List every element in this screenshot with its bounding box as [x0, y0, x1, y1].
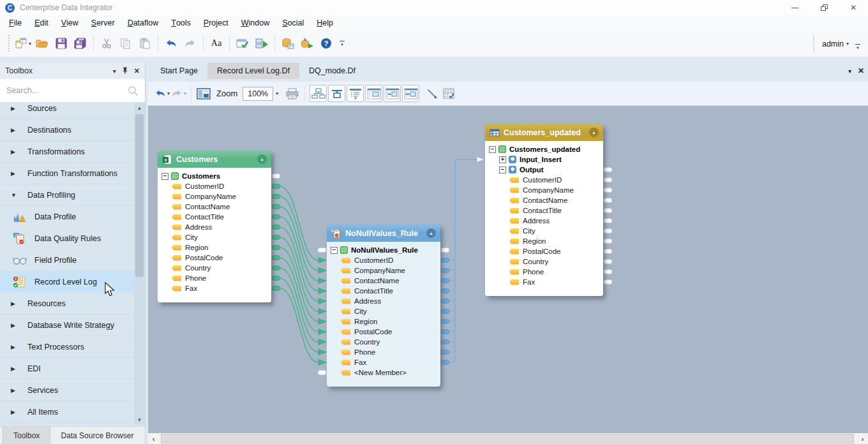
- run-dataflow-button[interactable]: [253, 33, 271, 54]
- tree-row-postalcode[interactable]: PostalCode: [158, 253, 271, 263]
- toolbar-options-button[interactable]: ▾: [855, 44, 860, 49]
- user-menu-caret[interactable]: ▾: [846, 41, 849, 47]
- scroll-down-icon[interactable]: ▼: [134, 415, 145, 425]
- toolbox-tool-data-quality-rules[interactable]: ifData Quality Rules: [0, 228, 135, 249]
- tree-row-output[interactable]: −✱Output: [485, 165, 603, 175]
- canvas-undo-button[interactable]: ▾: [154, 85, 170, 103]
- tree-row-input-insert[interactable]: +✱Input_Insert: [485, 154, 603, 165]
- tree-row-phone[interactable]: Phone: [158, 273, 271, 283]
- auto-layout-button[interactable]: [310, 85, 327, 102]
- toolbox-category-all-items[interactable]: ▶All Items: [0, 401, 135, 423]
- save-all-button[interactable]: [71, 33, 89, 54]
- save-button[interactable]: [52, 33, 70, 54]
- tree-row-region[interactable]: Region: [327, 316, 440, 327]
- toolbox-scrollbar[interactable]: ▲ ▼: [134, 103, 145, 425]
- tree-row-contacttitle[interactable]: ContactTitle: [327, 286, 440, 296]
- menu-item-edit[interactable]: Edit: [28, 15, 55, 30]
- document-tab-dq-mode-df[interactable]: DQ_mode.Df: [299, 63, 365, 79]
- canvas-hscrollbar[interactable]: ‹ ›: [148, 433, 868, 444]
- node-header[interactable]: xCustomers▲: [158, 151, 271, 168]
- menu-item-project[interactable]: Project: [197, 15, 235, 30]
- pin-icon[interactable]: [122, 67, 128, 75]
- menu-item-dataflow[interactable]: Dataflow: [121, 15, 165, 30]
- link-tool-button[interactable]: [424, 85, 440, 103]
- menu-item-social[interactable]: Social: [276, 15, 310, 30]
- toolbox-category-services[interactable]: ▶Services: [0, 380, 135, 401]
- undo-button[interactable]: [162, 33, 180, 54]
- toolbar-overflow-button[interactable]: ▾: [340, 41, 345, 46]
- collapse-nodes-button[interactable]: [365, 85, 382, 102]
- panel-tab-data-source-browser[interactable]: Data Source Browser: [50, 427, 144, 444]
- tree-row-phone[interactable]: Phone: [327, 347, 440, 357]
- redo-history-caret[interactable]: ▾: [184, 91, 186, 96]
- toolbox-tool-data-profile[interactable]: Data Profile: [0, 206, 135, 228]
- tree-row-customers-updated[interactable]: −Customers_updated: [485, 144, 603, 154]
- tree-row-companyname[interactable]: CompanyName: [327, 265, 440, 276]
- collapse-icon[interactable]: −: [489, 146, 496, 153]
- maximize-button[interactable]: [809, 0, 839, 15]
- tree-row-companyname[interactable]: CompanyName: [158, 191, 271, 202]
- overview-button[interactable]: [196, 85, 211, 103]
- panel-menu-caret-icon[interactable]: ▾: [113, 68, 116, 75]
- menu-item-view[interactable]: View: [55, 15, 85, 30]
- tree-row-region[interactable]: Region: [485, 236, 603, 246]
- menu-item-server[interactable]: Server: [85, 15, 121, 30]
- zoom-caret[interactable]: ▾: [276, 91, 278, 96]
- expand-node-button[interactable]: [384, 85, 401, 102]
- cut-button[interactable]: [98, 33, 116, 54]
- tree-row-address[interactable]: Address: [485, 216, 603, 226]
- toolbar-grip[interactable]: [8, 34, 11, 52]
- hscroll-thumb[interactable]: [161, 434, 854, 443]
- scroll-left-icon[interactable]: ‹: [148, 433, 159, 444]
- collapse-icon[interactable]: −: [161, 173, 168, 180]
- close-button[interactable]: ✕: [839, 0, 868, 15]
- menu-item-file[interactable]: File: [3, 15, 28, 30]
- open-button[interactable]: [33, 33, 51, 54]
- expand-all-nodes-button[interactable]: [402, 85, 419, 102]
- tree-row-customerid[interactable]: CustomerID: [485, 175, 603, 185]
- run-profile-button[interactable]: [298, 33, 316, 54]
- expand-list-button[interactable]: [347, 85, 364, 102]
- collapse-node-button[interactable]: ▲: [257, 154, 267, 164]
- menu-item-tools[interactable]: Tools: [165, 15, 197, 30]
- zoom-select[interactable]: 100%: [243, 87, 273, 101]
- tree-row-country[interactable]: Country: [158, 263, 271, 273]
- tree-row-customerid[interactable]: CustomerID: [158, 181, 271, 191]
- tree-row-nonullvalues-rule[interactable]: −NoNullValues_Rule: [327, 245, 440, 255]
- collapse-icon[interactable]: −: [331, 247, 338, 254]
- new-dataflow-button[interactable]: ▾: [14, 33, 32, 54]
- document-tab-record-level-log-df[interactable]: Record Level Log.Df: [207, 63, 299, 79]
- close-document-icon[interactable]: ✕: [858, 66, 864, 75]
- tree-row-contacttitle[interactable]: ContactTitle: [485, 205, 603, 216]
- dataflow-canvas[interactable]: xCustomers▲−CustomersCustomerIDCompanyNa…: [148, 106, 868, 433]
- tree-row-address[interactable]: Address: [158, 222, 271, 232]
- toolbox-category-sources[interactable]: ▶Sources: [0, 103, 135, 119]
- tree-row-fax[interactable]: Fax: [485, 277, 603, 287]
- redo-button[interactable]: [181, 33, 199, 54]
- paste-button[interactable]: [136, 33, 154, 54]
- collapse-node-button[interactable]: ▲: [589, 128, 599, 137]
- chevron-right-icon[interactable]: ▶: [11, 127, 27, 133]
- toolbox-category-function-transformations[interactable]: ▶Function Transformations: [0, 163, 135, 184]
- document-tab-start-page[interactable]: Start Page: [151, 63, 207, 79]
- chevron-right-icon[interactable]: ▶: [11, 409, 27, 415]
- tree-row-phone[interactable]: Phone: [485, 267, 603, 277]
- tree-row-contactname[interactable]: ContactName: [158, 202, 271, 212]
- tree-row-fax[interactable]: Fax: [158, 283, 271, 293]
- tree-row-city[interactable]: City: [327, 306, 440, 316]
- tree-row-contactname[interactable]: ContactName: [485, 195, 603, 205]
- user-menu[interactable]: admin: [822, 40, 844, 48]
- tree-row-city[interactable]: City: [485, 226, 603, 236]
- chevron-right-icon[interactable]: ▶: [11, 344, 27, 350]
- node-header[interactable]: Customers_updated▲: [485, 124, 603, 141]
- collapse-node-button[interactable]: ▲: [426, 228, 436, 238]
- node-customers[interactable]: xCustomers▲−CustomersCustomerIDCompanyNa…: [158, 151, 271, 302]
- tree-row-region[interactable]: Region: [158, 242, 271, 253]
- copy-button[interactable]: [117, 33, 135, 54]
- undo-history-caret[interactable]: ▾: [167, 91, 170, 96]
- chevron-right-icon[interactable]: ▶: [11, 105, 27, 112]
- chevron-right-icon[interactable]: ▶: [11, 366, 27, 372]
- toolbar-grip[interactable]: [812, 35, 816, 53]
- chevron-down-icon[interactable]: ▼: [11, 192, 27, 198]
- panel-tab-toolbox[interactable]: Toolbox: [3, 427, 50, 444]
